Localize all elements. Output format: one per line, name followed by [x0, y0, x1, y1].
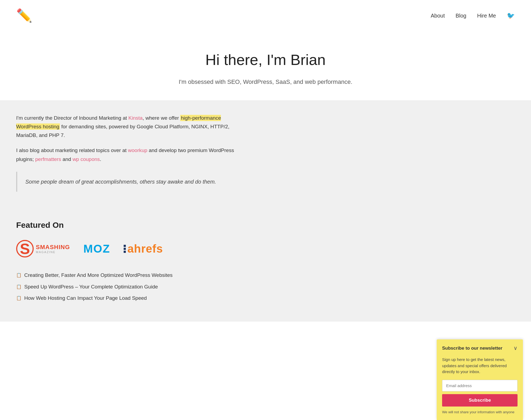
perfmatters-link[interactable]: perfmatters — [35, 156, 61, 162]
bio-p2-before: I also blog about marketing related topi… — [16, 147, 128, 153]
logo-icon: ✏️ — [16, 8, 32, 23]
bio-p2-and: and — [61, 156, 72, 162]
nav-twitter[interactable]: 🐦 — [507, 11, 515, 21]
featured-section: Featured On S SMASHING MAGAZINE MOZ ahre… — [0, 205, 531, 322]
ahrefs-logo: ahrefs — [124, 240, 163, 258]
article-link-3[interactable]: How Web Hosting Can Impact Your Page Loa… — [24, 294, 147, 302]
bio-p2-end: . — [100, 156, 101, 162]
kinsta-link[interactable]: Kinsta — [129, 115, 143, 121]
hero-subheading: I'm obsessed with SEO, WordPress, SaaS, … — [11, 77, 520, 87]
quote-text: Some people dream of great accomplishmen… — [25, 177, 229, 186]
ahrefs-text: ahrefs — [127, 240, 163, 258]
hero-section: Hi there, I'm Brian I'm obsessed with SE… — [0, 32, 531, 100]
logo[interactable]: ✏️ — [16, 5, 32, 26]
article-link-1[interactable]: Creating Better, Faster And More Optimiz… — [24, 271, 173, 279]
article-link-2[interactable]: Speed Up WordPress – Your Complete Optim… — [24, 283, 158, 291]
nav-hire[interactable]: Hire Me — [477, 11, 496, 20]
bio-paragraph-2: I also blog about marketing related topi… — [16, 146, 237, 164]
bio-p1-after: , where we offer — [143, 115, 180, 121]
main-nav: About Blog Hire Me 🐦 — [431, 11, 515, 21]
hero-heading: Hi there, I'm Brian — [11, 48, 520, 72]
article-item-1: Creating Better, Faster And More Optimiz… — [16, 271, 515, 279]
article-item-3: How Web Hosting Can Impact Your Page Loa… — [16, 294, 515, 302]
smashing-text: SMASHING MAGAZINE — [36, 244, 70, 254]
moz-logo: MOZ — [84, 240, 110, 258]
wpcoupons-link[interactable]: wp coupons — [72, 156, 100, 162]
nav-about[interactable]: About — [431, 11, 445, 20]
bio-quote: Some people dream of great accomplishmen… — [16, 172, 237, 192]
site-header: ✏️ About Blog Hire Me 🐦 — [0, 0, 531, 32]
bio-text: I'm currently the Director of Inbound Ma… — [16, 114, 237, 192]
nav-blog[interactable]: Blog — [456, 11, 466, 20]
bio-paragraph-1: I'm currently the Director of Inbound Ma… — [16, 114, 237, 140]
bio-section: I'm currently the Director of Inbound Ma… — [0, 100, 531, 205]
articles-list: Creating Better, Faster And More Optimiz… — [16, 271, 515, 302]
ahrefs-icon — [124, 245, 126, 253]
woorkup-link[interactable]: woorkup — [128, 147, 147, 153]
twitter-icon: 🐦 — [507, 12, 515, 19]
featured-heading: Featured On — [16, 219, 515, 232]
logos-row: S SMASHING MAGAZINE MOZ ahrefs — [16, 240, 515, 258]
smashing-logo: S SMASHING MAGAZINE — [16, 240, 70, 257]
smashing-s-icon: S — [16, 240, 34, 257]
bio-p1-before: I'm currently the Director of Inbound Ma… — [16, 115, 129, 121]
article-item-2: Speed Up WordPress – Your Complete Optim… — [16, 283, 515, 291]
